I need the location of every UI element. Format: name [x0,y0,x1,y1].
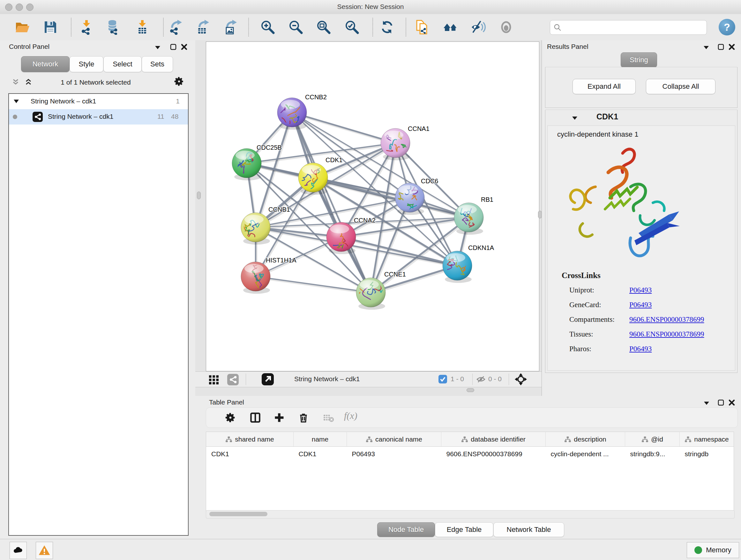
network-overview-icon[interactable] [227,374,239,385]
crosslink-pharos-link[interactable]: P06493 [629,345,652,353]
search-icon [553,23,562,32]
network-view-toolbar: String Network – cdk1 1 - 0 0 - 0 [195,371,542,387]
column-header[interactable]: shared name [206,432,293,447]
panel-close-icon[interactable] [728,44,735,51]
title-bar: Session: New Session [0,0,741,14]
copy-network-icon[interactable] [414,19,429,35]
import-network-database-icon[interactable] [106,19,121,35]
column-header[interactable]: @id [625,432,680,447]
svg-text:HIST1H1A: HIST1H1A [266,257,296,264]
panel-close-icon[interactable] [728,399,735,406]
expand-all-button[interactable]: Expand All [572,79,636,94]
tab-node-table[interactable]: Node Table [377,522,435,537]
detach-view-icon[interactable] [262,373,274,385]
status-bar: Memory [0,539,741,560]
warnings-button[interactable] [36,542,53,559]
function-builder-icon[interactable]: f(x) [344,410,357,421]
crosslink-compartments-link[interactable]: 9606.ENSP00000378699 [629,315,704,324]
zoom-in-icon[interactable] [260,19,275,35]
toolbar-separator [406,18,406,37]
collapse-all-button[interactable]: Collapse All [646,79,716,94]
column-header[interactable]: namespace [680,432,734,447]
tab-select[interactable]: Select [104,56,142,72]
panel-float-icon[interactable] [703,401,710,406]
collapse-all-networks-icon[interactable] [24,78,32,86]
table-row[interactable]: CDK1 CDK1 P06493 9606.ENSP00000378699 cy… [206,447,734,461]
grid-view-icon[interactable] [208,374,219,385]
search-input[interactable] [564,22,703,33]
crosslink-uniprot-link[interactable]: P06493 [629,286,652,294]
table-options-gear-icon[interactable] [225,412,236,423]
import-table-file-icon[interactable] [135,19,150,35]
crosslink-tissues-link[interactable]: 9606.ENSP00000378699 [629,330,704,338]
zoom-out-icon[interactable] [288,19,303,35]
zoom-selected-icon[interactable] [344,19,359,35]
tab-edge-table[interactable]: Edge Table [435,522,493,537]
svg-text:CCNA1: CCNA1 [408,125,429,132]
network-collection-row[interactable]: String Network – cdk1 1 [9,94,188,109]
zoom-fit-icon[interactable] [316,19,331,35]
tab-string-results[interactable]: String [621,52,657,68]
network-canvas[interactable]: CCNB2CCNA1CDC25BCDK1CDC6RB1CCNB1CCNA2CDK… [206,42,539,371]
protein-structure-image [557,144,697,271]
show-columns-icon[interactable] [250,412,261,423]
toolbar-separator [71,18,71,37]
export-network-icon[interactable] [168,19,184,35]
warning-icon [38,544,51,557]
network-status-dot [13,115,17,119]
birdseye-toggle-icon[interactable] [515,373,527,386]
show-hide-icon[interactable] [471,19,486,35]
delete-table-icon[interactable] [323,412,334,423]
column-header[interactable]: canonical name [347,432,441,447]
svg-text:CCNB2: CCNB2 [305,94,327,101]
preview-eye-icon[interactable] [498,19,514,35]
network-node-count: 11 [157,113,164,120]
column-header[interactable]: database identifier [441,432,546,447]
create-column-icon[interactable] [273,412,285,423]
import-network-file-icon[interactable] [79,19,94,35]
left-splitter-handle[interactable] [197,192,201,199]
refresh-icon[interactable] [380,19,395,35]
help-icon[interactable]: ? [719,19,735,36]
protein-section-name: CDK1 [596,112,618,121]
tab-sets[interactable]: Sets [142,56,173,72]
collection-expander-icon[interactable] [13,99,19,104]
tab-network[interactable]: Network [21,56,70,72]
network-name: String Network – cdk1 [48,113,113,120]
table-horizontal-scrollbar[interactable] [206,510,735,518]
memory-label: Memory [706,546,731,554]
export-image-icon[interactable] [223,19,239,35]
column-header[interactable]: name [293,432,347,447]
results-panel: Results Panel String Expand All Collapse… [542,40,741,396]
selected-nodes-checkbox[interactable] [439,375,447,383]
right-splitter-handle[interactable] [538,211,542,219]
save-session-icon[interactable] [43,19,58,35]
network-tree: String Network – cdk1 1 String Network –… [8,93,189,536]
panel-maximize-icon[interactable] [718,44,724,51]
panel-close-icon[interactable] [181,44,188,51]
protein-section-expander-icon[interactable] [571,116,578,120]
network-graph[interactable]: CCNB2CCNA1CDC25BCDK1CDC6RB1CCNB1CCNA2CDK… [206,42,539,371]
tab-style[interactable]: Style [70,56,104,72]
crosslink-genecard-link[interactable]: P06493 [629,301,652,309]
panel-maximize-icon[interactable] [170,44,177,51]
panel-float-icon[interactable] [154,45,161,50]
svg-text:CCNA2: CCNA2 [354,217,376,224]
expand-all-networks-icon[interactable] [11,78,20,86]
table-splitter-handle[interactable] [467,388,474,392]
scrollbar-thumb[interactable] [209,512,267,516]
tab-network-table[interactable]: Network Table [493,522,564,537]
panel-float-icon[interactable] [703,45,710,50]
string-home-icon[interactable] [443,19,458,35]
column-header[interactable]: description [546,432,625,447]
crosslink-label: Tissues: [569,330,593,338]
network-options-gear-icon[interactable] [174,76,185,87]
open-session-icon[interactable] [15,19,30,35]
delete-column-icon[interactable] [298,412,309,423]
panel-maximize-icon[interactable] [718,399,724,406]
network-view-title: String Network – cdk1 [294,375,360,383]
cloud-status-button[interactable] [10,542,27,559]
network-row[interactable]: String Network – cdk1 11 48 [9,109,188,125]
export-table-icon[interactable] [196,19,211,35]
memory-button[interactable]: Memory [687,542,739,558]
